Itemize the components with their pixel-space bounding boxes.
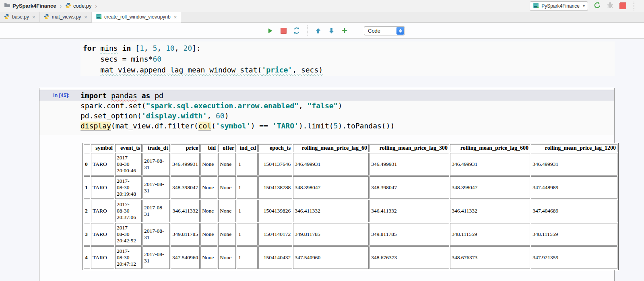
- cell-output-area: symbolevent_tstrade_dtpricebidofferind_c…: [83, 143, 619, 270]
- table-row: 2TARO2017- 08-30 20:37:062017-08- 31346.…: [84, 200, 617, 222]
- table-cell: TARO: [91, 153, 114, 176]
- table-cell: 346.499931: [531, 153, 617, 176]
- table-cell: TARO: [91, 246, 114, 269]
- python-file-icon: [65, 2, 71, 10]
- run-controls: PySpark4Finance ▾: [530, 1, 640, 11]
- table-cell: 346.499931: [369, 153, 449, 176]
- run-cell-icon[interactable]: [266, 27, 274, 34]
- table-cell: None: [218, 176, 236, 199]
- ipynb-icon: [533, 2, 539, 10]
- table-cell: 1504138788: [258, 176, 292, 199]
- table-index-cell: 4: [84, 246, 90, 269]
- folder-icon: [4, 2, 10, 10]
- table-header-cell: bid: [200, 144, 217, 152]
- table-cell: 346.411332: [171, 200, 200, 222]
- close-icon[interactable]: ×: [32, 14, 35, 20]
- tab-base-py[interactable]: base.py ×: [0, 12, 40, 22]
- toolbar-handle: [634, 2, 634, 10]
- tab-mat-views-py[interactable]: mat_views.py ×: [40, 12, 92, 22]
- table-header-cell: rolling_mean_price_lag_300: [369, 144, 449, 152]
- table-header-cell: event_ts: [115, 144, 142, 152]
- table-header-cell: rolling_mean_price_lag_1200: [531, 144, 617, 152]
- table-cell: 2017-08- 31: [142, 223, 170, 246]
- table-header-cell: symbol: [91, 144, 114, 152]
- table-cell: 2017- 08-30 20:47:12: [115, 246, 142, 269]
- code-cell-2-code[interactable]: import pandas as pdspark.conf.set("spark…: [80, 91, 394, 131]
- add-cell-icon[interactable]: +: [341, 27, 348, 34]
- notebook-editor[interactable]: for mins in [1, 5, 10, 20]: secs = mins*…: [0, 39, 644, 281]
- table-cell: None: [200, 200, 217, 222]
- breadcrumb-separator-icon: ›: [60, 3, 62, 9]
- table-cell: 347.921359: [531, 246, 617, 269]
- breadcrumb-file[interactable]: code.py: [73, 3, 92, 9]
- select-stepper-icon: [396, 27, 404, 35]
- dataframe-table: symbolevent_tstrade_dtpricebidofferind_c…: [83, 143, 619, 270]
- close-icon[interactable]: ×: [174, 14, 177, 20]
- move-cell-up-icon[interactable]: [314, 27, 322, 34]
- rerun-icon[interactable]: [594, 2, 601, 10]
- move-cell-down-icon[interactable]: [328, 27, 335, 34]
- cell-type-select[interactable]: Code: [364, 26, 405, 35]
- restart-kernel-icon[interactable]: [293, 27, 300, 34]
- debug-bug-icon[interactable]: [607, 2, 614, 10]
- table-row: 1TARO2017- 08-30 20:19:482017-08- 31348.…: [84, 176, 617, 199]
- table-cell: 2017-08- 31: [142, 246, 170, 269]
- table-row: 0TARO2017- 08-30 20:00:462017-08- 31346.…: [84, 153, 617, 176]
- table-header-cell: offer: [218, 144, 236, 152]
- table-cell: 348.676373: [450, 246, 530, 269]
- ide-window: PySpark4Finance › code.py › PySpark4Fina…: [0, 0, 644, 281]
- code-line: for mins in [1, 5, 10, 20]:: [83, 43, 323, 54]
- table-cell: 1504137646: [258, 153, 292, 176]
- table-cell: 346.411332: [293, 200, 369, 222]
- breadcrumb-project[interactable]: PySpark4Finance: [12, 3, 56, 9]
- table-cell: 2017-08- 31: [142, 176, 170, 199]
- tab-create-roll-window-view-ipynb[interactable]: create_roll_window_view.ipynb ×: [92, 12, 181, 23]
- table-cell: TARO: [91, 200, 114, 222]
- table-cell: 1: [237, 200, 258, 222]
- table-header-row: symbolevent_tstrade_dtpricebidofferind_c…: [84, 144, 617, 152]
- stop-button-icon[interactable]: [619, 2, 626, 9]
- table-cell: 1: [237, 153, 258, 176]
- run-configuration-select[interactable]: PySpark4Finance ▾: [530, 1, 588, 11]
- table-cell: 346.411332: [369, 200, 449, 222]
- table-cell: 2017- 08-30 20:00:46: [115, 153, 142, 176]
- breadcrumb: PySpark4Finance › code.py ›: [4, 2, 99, 10]
- table-cell: None: [218, 200, 236, 222]
- breadcrumb-separator-icon: ›: [95, 3, 97, 9]
- table-cell: 346.499931: [293, 153, 369, 176]
- table-cell: 348.398047: [293, 176, 369, 199]
- tab-label: create_roll_window_view.ipynb: [104, 14, 171, 20]
- table-cell: 347.540960: [171, 246, 200, 269]
- code-line: display(mat_view.df.filter(col('symbol')…: [80, 121, 394, 131]
- code-cell-1-code[interactable]: for mins in [1, 5, 10, 20]: secs = mins*…: [83, 43, 323, 75]
- python-file-icon: [44, 14, 50, 21]
- table-cell: 348.111559: [531, 223, 617, 246]
- table-cell: 346.499931: [171, 153, 200, 176]
- table-index-cell: 2: [84, 200, 90, 222]
- code-line: mat_view.append_lag_mean_window_stat('pr…: [83, 64, 323, 75]
- table-cell: None: [200, 176, 217, 199]
- code-line: pd.set_option('display.width', 60): [80, 111, 394, 121]
- cell-type-value: Code: [368, 28, 380, 34]
- table-cell: 1: [237, 176, 258, 199]
- table-header-cell: rolling_mean_price_lag_60: [293, 144, 369, 152]
- table-cell: 346.411332: [450, 200, 530, 222]
- table-cell: 349.811785: [171, 223, 200, 246]
- stop-kernel-icon[interactable]: [280, 27, 287, 34]
- close-icon[interactable]: ×: [84, 14, 87, 20]
- table-cell: None: [218, 246, 236, 269]
- table-cell: 349.811785: [369, 223, 449, 246]
- table-cell: 349.811785: [293, 223, 369, 246]
- table-cell: 348.398047: [450, 176, 530, 199]
- table-cell: 1504140432: [258, 246, 292, 269]
- cell-execution-prompt: In [45]:: [53, 93, 70, 98]
- table-index-cell: 1: [84, 176, 90, 199]
- table-index-cell: 3: [84, 223, 90, 246]
- code-line: secs = mins*60: [83, 54, 323, 64]
- table-cell: 1: [237, 246, 258, 269]
- table-row: 4TARO2017- 08-30 20:47:122017-08- 31347.…: [84, 246, 617, 269]
- python-file-icon: [4, 14, 10, 21]
- table-cell: 2017-08- 31: [142, 200, 170, 222]
- table-cell: 346.499931: [450, 153, 530, 176]
- table-header-cell: trade_dt: [142, 144, 170, 152]
